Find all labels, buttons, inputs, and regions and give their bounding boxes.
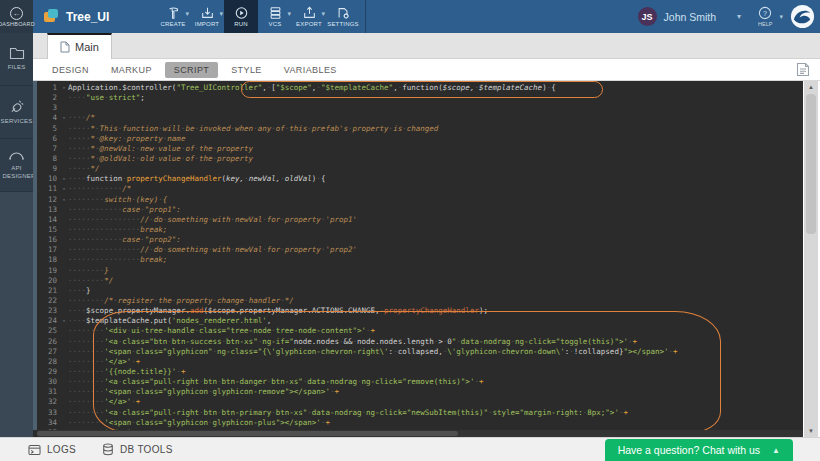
question-mark-icon: ? — [758, 6, 772, 20]
code-line[interactable]: 19········} — [37, 266, 803, 276]
code-line[interactable]: 32········'</a>'·+ — [37, 397, 803, 407]
code-line[interactable]: 25········'<div·ui-tree-handle·class="tr… — [37, 326, 803, 336]
back-arrow-icon: ← — [10, 7, 23, 20]
code-line[interactable]: 20········*/ — [37, 276, 803, 286]
chevron-down-icon: ▾ — [219, 10, 223, 18]
project-name: Tree_UI — [66, 10, 109, 24]
settings-button[interactable]: SETTINGS — [326, 0, 360, 33]
ide-window: ← DASHBOARD Tree_UI ▾ ▾ CREATE — [0, 0, 820, 461]
sidebar-item-api-designer[interactable]: API DESIGNER — [0, 139, 33, 192]
project-layers-icon — [44, 9, 59, 24]
code-line[interactable]: 15················break; — [37, 225, 803, 235]
folder-icon — [9, 46, 25, 60]
code-line[interactable]: 6·····*·@key:·property·name — [37, 134, 803, 144]
tab-style[interactable]: STYLE — [222, 62, 271, 78]
help-button[interactable]: ? HELP — [758, 6, 772, 27]
code-line[interactable]: 21····} — [37, 286, 803, 296]
sidebar-item-services[interactable]: SERVICES — [0, 86, 33, 139]
export-button[interactable]: ▾ EXPORT — [292, 0, 326, 33]
editor-mode-tabs: DESIGN MARKUP SCRIPT STYLE VARIABLES — [33, 59, 820, 81]
tab-markup[interactable]: MARKUP — [102, 62, 161, 78]
code-line[interactable]: 16············case·"prop2": — [37, 235, 803, 245]
chevron-down-icon: ▾ — [321, 10, 325, 18]
horizontal-scrollbar-thumb[interactable] — [37, 431, 458, 436]
code-line[interactable]: 34········'<span·class="glyphicon·glyphi… — [37, 418, 803, 428]
code-line[interactable]: 13············case·"prop1": — [37, 205, 803, 215]
code-line[interactable]: 24-····$templateCache.put('nodes_rendere… — [37, 316, 803, 326]
chevron-down-icon[interactable]: ▾ — [779, 13, 783, 21]
code-line[interactable]: 2····"use·strict"; — [37, 93, 803, 103]
code-line[interactable]: 33········'<a·class="pull-right·btn·btn-… — [37, 408, 803, 418]
vertical-scrollbar-thumb[interactable] — [806, 94, 816, 234]
tab-design[interactable]: DESIGN — [43, 62, 98, 78]
horizontal-scrollbar[interactable] — [37, 430, 803, 437]
vcs-button[interactable]: ▾ VCS — [258, 0, 292, 33]
code-line[interactable]: 26········'<a·class="btn·btn-success·btn… — [37, 337, 803, 347]
code-line[interactable]: 9·····*/ — [37, 164, 803, 174]
vertical-scrollbar[interactable]: ▲ ▼ — [804, 81, 818, 437]
code-line[interactable]: 7·····*·@newVal:·new·value·of·the·proper… — [37, 144, 803, 154]
code-line[interactable]: 27········'<span·class="glyphicon"·ng-cl… — [37, 347, 803, 357]
sidebar-item-files[interactable]: FILES — [0, 33, 33, 86]
code-line[interactable]: 30········'<a·class="pull-right·btn·btn-… — [37, 377, 803, 387]
left-sidebar: FILES SERVICES API DESIGNER — [0, 33, 33, 437]
top-navbar: ← DASHBOARD Tree_UI ▾ ▾ CREATE — [0, 0, 820, 33]
code-line[interactable]: 31········'<span·class="glyphicon·glyphi… — [37, 387, 803, 397]
avatar[interactable]: JS — [638, 7, 657, 26]
chevron-down-icon: ▾ — [287, 10, 291, 18]
code-line[interactable]: 10-····function·propertyChangeHandler(ke… — [37, 174, 803, 184]
code-line[interactable]: 4-····/* — [37, 113, 803, 123]
vcs-icon — [268, 6, 283, 20]
scroll-up-arrow[interactable]: ▲ — [804, 81, 818, 93]
import-button[interactable]: ▾ IMPORT — [190, 0, 224, 33]
code-line[interactable]: 28········'</a>'·+ — [37, 357, 803, 367]
code-editor[interactable]: 1-Application.$controller("Tree_UIContro… — [33, 81, 803, 437]
db-tools-button[interactable]: DB TOOLS — [102, 443, 173, 456]
code-line[interactable]: 17················//·do·something·with·n… — [37, 245, 803, 255]
tab-variables[interactable]: VARIABLES — [275, 62, 346, 78]
format-document-icon — [796, 62, 810, 77]
code-line[interactable]: 8·····*·@oldVal:·old·value·of·the·proper… — [37, 154, 803, 164]
wavemaker-logo[interactable] — [790, 4, 815, 29]
run-icon — [234, 6, 249, 20]
chat-with-us-button[interactable]: Have a question? Chat with us ▲ — [605, 439, 793, 461]
database-icon — [102, 443, 114, 456]
code-line[interactable]: 1-Application.$controller("Tree_UIContro… — [37, 83, 803, 93]
code-line[interactable]: 11-············/* — [37, 184, 803, 194]
export-icon — [302, 6, 317, 20]
dashboard-label: DASHBOARD — [0, 21, 35, 27]
dashboard-button[interactable]: ← DASHBOARD — [0, 0, 33, 33]
user-name: John Smith — [664, 11, 717, 23]
scroll-down-arrow[interactable]: ▼ — [804, 425, 818, 437]
page-tab-bar: Main — [33, 33, 820, 59]
chevron-up-icon: ▲ — [772, 446, 780, 455]
code-line[interactable]: 5·····*·This·function·will·be·invoked·wh… — [37, 124, 803, 134]
toolbar-divider — [365, 0, 366, 33]
svg-text:?: ? — [763, 10, 767, 17]
code-line[interactable]: 12-········switch·(key)·{ — [37, 195, 803, 205]
toolbar: ▾ CREATE ▾ IMPORT RUN — [156, 0, 366, 33]
import-icon — [200, 6, 215, 20]
chevron-down-icon: ▾ — [185, 10, 189, 18]
chevron-down-icon[interactable]: ▾ — [737, 12, 741, 21]
code-line[interactable]: 22········/*·register·the·property·chang… — [37, 296, 803, 306]
format-code-button[interactable] — [796, 62, 810, 81]
arc-icon — [8, 150, 25, 161]
tab-main[interactable]: Main — [47, 33, 112, 59]
hammer-icon — [166, 6, 181, 20]
run-button[interactable]: RUN — [224, 0, 258, 33]
code-line[interactable]: 14················//·do·something·with·n… — [37, 215, 803, 225]
code-line[interactable]: 29········'{{node.title}}'·+ — [37, 367, 803, 377]
topbar-right: JS John Smith ▾ ? HELP ▾ — [638, 0, 815, 33]
create-button[interactable]: ▾ CREATE — [156, 0, 190, 33]
code-line[interactable]: 23····$scope.propertyManager.add($scope.… — [37, 306, 803, 316]
page-icon — [60, 41, 70, 53]
settings-icon — [336, 6, 351, 20]
console-icon — [28, 444, 41, 456]
code-line[interactable]: 3 — [37, 103, 803, 113]
logs-button[interactable]: LOGS — [28, 444, 76, 456]
plug-icon — [9, 99, 25, 114]
code-lines: 1-Application.$controller("Tree_UIContro… — [37, 83, 803, 437]
tab-script[interactable]: SCRIPT — [165, 62, 218, 78]
code-line[interactable]: 18················break; — [37, 255, 803, 265]
